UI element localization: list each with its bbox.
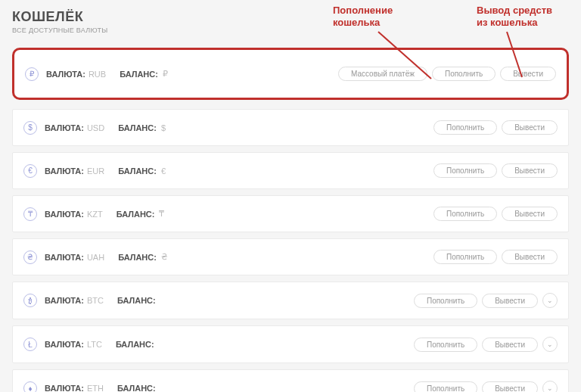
currency-value: USD: [87, 123, 104, 132]
balance-label: БАЛАНС:: [120, 70, 158, 79]
withdraw-button[interactable]: Вывести: [500, 67, 556, 81]
currency-label: ВАЛЮТА:: [45, 253, 84, 262]
currency-row-ltc: ŁВАЛЮТА:LTCБАЛАНС:ПополнитьВывести⌄: [12, 325, 569, 363]
balance-value: €: [161, 166, 166, 176]
deposit-button[interactable]: Пополнить: [414, 381, 477, 393]
currency-label: ВАЛЮТА:: [45, 123, 84, 132]
currency-label: ВАЛЮТА:: [46, 70, 85, 79]
withdraw-button[interactable]: Вывести: [502, 120, 558, 135]
currency-value: BTC: [87, 296, 104, 305]
wallet-container: КОШЕЛЁК ВСЕ ДОСТУПНЫЕ ВАЛЮТЫ ₽ВАЛЮТА:RUB…: [0, 0, 581, 392]
kzt-icon: ₸: [23, 207, 37, 221]
withdraw-button[interactable]: Вывести: [502, 163, 558, 178]
currency-value: KZT: [87, 210, 103, 219]
deposit-button[interactable]: Пополнить: [414, 338, 477, 352]
annotation-withdraw: Вывод средств из кошелька: [477, 5, 552, 28]
currency-row-eur: €ВАЛЮТА:EURБАЛАНС:€ПополнитьВывести: [12, 152, 569, 189]
chevron-down-icon[interactable]: ⌄: [542, 293, 558, 308]
currency-label: ВАЛЮТА:: [45, 210, 84, 219]
btc-icon: ₿: [23, 294, 37, 307]
balance-value: $: [161, 123, 166, 132]
eur-icon: €: [23, 164, 37, 178]
balance-label: БАЛАНС:: [117, 210, 155, 219]
currency-value: EUR: [87, 166, 104, 176]
withdraw-button[interactable]: Вывести: [482, 338, 538, 352]
withdraw-button[interactable]: Вывести: [482, 381, 538, 393]
balance-value: ₽: [163, 69, 168, 79]
withdraw-button[interactable]: Вывести: [502, 207, 558, 221]
chevron-down-icon[interactable]: ⌄: [542, 337, 558, 352]
currency-row-btc: ₿ВАЛЮТА:BTCБАЛАНС:ПополнитьВывести⌄: [12, 282, 569, 319]
rub-icon: ₽: [25, 67, 39, 81]
deposit-button[interactable]: Пополнить: [433, 250, 497, 264]
annotation-deposit: Пополнение кошелька: [333, 5, 393, 28]
deposit-button[interactable]: Пополнить: [433, 163, 497, 178]
mass-payment-button[interactable]: Массовый платёж: [338, 67, 427, 81]
currency-value: LTC: [87, 340, 102, 349]
ltc-icon: Ł: [23, 338, 37, 351]
deposit-button[interactable]: Пополнить: [433, 120, 497, 135]
balance-label: БАЛАНС:: [117, 296, 156, 305]
balance-value: ₸: [159, 209, 164, 219]
currency-list: ₽ВАЛЮТА:RUBБАЛАНС:₽Массовый платёжПополн…: [12, 48, 569, 392]
currency-value: ETH: [87, 384, 104, 392]
currency-label: ВАЛЮТА:: [45, 296, 84, 305]
withdraw-button[interactable]: Вывести: [502, 250, 558, 264]
balance-value: ₴: [161, 252, 168, 262]
currency-label: ВАЛЮТА:: [45, 166, 84, 176]
deposit-button[interactable]: Пополнить: [432, 67, 496, 81]
balance-label: БАЛАНС:: [117, 384, 156, 392]
currency-row-eth: ♦ВАЛЮТА:ETHБАЛАНС:ПополнитьВывести⌄: [12, 369, 569, 392]
balance-label: БАЛАНС:: [118, 123, 157, 132]
currency-row-rub: ₽ВАЛЮТА:RUBБАЛАНС:₽Массовый платёжПополн…: [12, 48, 569, 100]
uah-icon: ₴: [23, 250, 37, 264]
currency-row-kzt: ₸ВАЛЮТА:KZTБАЛАНС:₸ПополнитьВывести: [12, 195, 569, 232]
balance-label: БАЛАНС:: [118, 253, 157, 262]
balance-label: БАЛАНС:: [118, 166, 157, 176]
eth-icon: ♦: [23, 381, 37, 392]
chevron-down-icon[interactable]: ⌄: [542, 381, 558, 392]
deposit-button[interactable]: Пополнить: [433, 207, 497, 221]
currency-value: RUB: [89, 70, 106, 79]
balance-label: БАЛАНС:: [116, 340, 154, 349]
currency-row-uah: ₴ВАЛЮТА:UAHБАЛАНС:₴ПополнитьВывести: [12, 238, 569, 275]
withdraw-button[interactable]: Вывести: [482, 294, 538, 308]
currency-label: ВАЛЮТА:: [45, 384, 84, 392]
deposit-button[interactable]: Пополнить: [414, 294, 477, 308]
currency-label: ВАЛЮТА:: [45, 340, 84, 349]
currency-row-usd: $ВАЛЮТА:USDБАЛАНС:$ПополнитьВывести: [12, 109, 569, 146]
currency-value: UAH: [87, 253, 104, 262]
usd-icon: $: [23, 121, 37, 135]
